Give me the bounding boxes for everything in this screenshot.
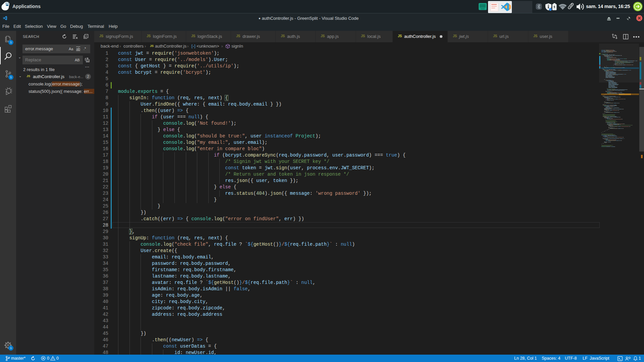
svg-text:ab: ab bbox=[87, 60, 89, 62]
